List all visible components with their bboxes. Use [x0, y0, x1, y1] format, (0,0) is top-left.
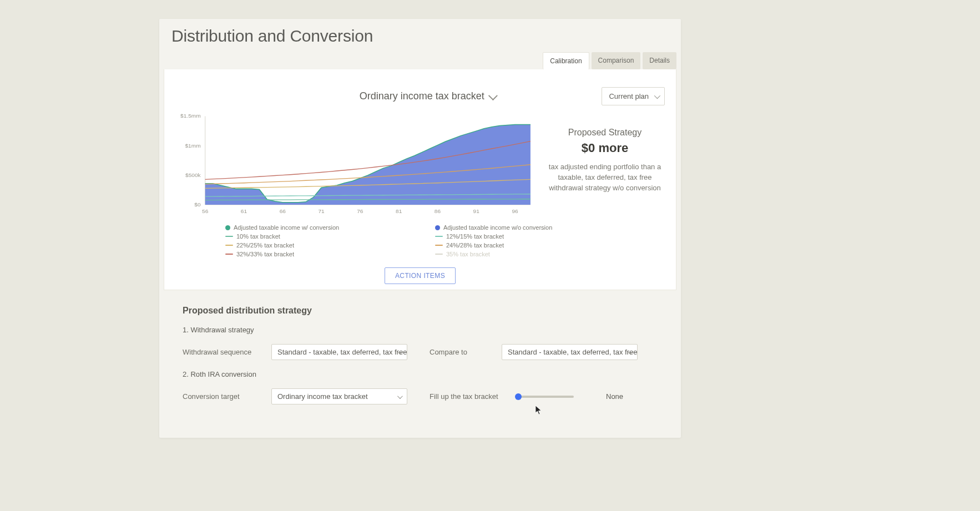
- page-title: Distribution and Conversion: [159, 27, 385, 45]
- legend-label: 24%/28% tax bracket: [446, 242, 504, 249]
- action-row: ACTION ITEMS: [164, 262, 676, 290]
- legend-label: 35% tax bracket: [446, 251, 490, 257]
- legend-line-icon: [225, 254, 233, 255]
- side-panel: Proposed Strategy $0 more tax adjusted e…: [544, 111, 666, 216]
- plan-select-value: Current plan: [609, 92, 649, 100]
- step1-label: 1. Withdrawal strategy: [183, 326, 658, 334]
- header: Distribution and Conversion: [159, 19, 681, 45]
- tab-calibration[interactable]: Calibration: [543, 52, 589, 69]
- chevron-down-icon: [654, 93, 660, 99]
- compare-to-value: Standard - taxable, tax deferred, tax fr…: [508, 348, 637, 356]
- svg-text:$1mm: $1mm: [185, 143, 201, 149]
- legend-line-icon: [435, 245, 443, 246]
- legend-line-icon: [225, 236, 233, 237]
- legend-label: Adjusted taxable income w/ conversion: [234, 224, 339, 231]
- slider-thumb[interactable]: [515, 393, 522, 400]
- chart-area: $0$500k$1mm$1.5mm566166717681869196: [174, 111, 534, 216]
- side-panel-amount: $0 more: [544, 141, 666, 155]
- legend-label: Adjusted taxable income w/o conversion: [443, 224, 552, 231]
- legend-item: 10% tax bracket: [225, 233, 422, 240]
- legend-label: 10% tax bracket: [236, 233, 280, 240]
- strategy-section: Proposed distribution strategy 1. Withdr…: [159, 290, 681, 438]
- withdrawal-sequence-select[interactable]: Standard - taxable, tax deferred, tax fr…: [271, 344, 407, 360]
- legend-label: 22%/25% tax bracket: [236, 242, 294, 249]
- svg-text:$1.5mm: $1.5mm: [180, 113, 200, 119]
- svg-text:91: 91: [473, 209, 479, 215]
- step2-label: 2. Roth IRA conversion: [183, 370, 658, 378]
- strategy-heading: Proposed distribution strategy: [183, 306, 658, 316]
- chart-header: Ordinary income tax bracket Current plan: [164, 76, 676, 111]
- svg-text:61: 61: [241, 209, 247, 215]
- legend-line-icon: [225, 245, 233, 246]
- chart-card: Ordinary income tax bracket Current plan…: [164, 69, 676, 290]
- svg-text:66: 66: [280, 209, 286, 215]
- chevron-down-icon: [397, 393, 403, 399]
- conversion-target-label: Conversion target: [183, 392, 260, 401]
- side-panel-description: tax adjusted ending portfolio than a tax…: [544, 162, 666, 194]
- svg-text:76: 76: [357, 209, 363, 215]
- legend-label: 12%/15% tax bracket: [446, 233, 504, 240]
- action-items-button[interactable]: ACTION ITEMS: [385, 267, 456, 284]
- svg-text:86: 86: [435, 209, 441, 215]
- legend-label: 32%/33% tax bracket: [236, 251, 294, 257]
- legend-item: 22%/25% tax bracket: [225, 242, 422, 249]
- legend-item: 24%/28% tax bracket: [435, 242, 632, 249]
- conversion-target-select[interactable]: Ordinary income tax bracket: [271, 388, 407, 404]
- fillup-label: Fill up the tax bracket: [430, 392, 507, 401]
- svg-text:56: 56: [202, 209, 209, 215]
- chart-title-dropdown[interactable]: Ordinary income tax bracket: [253, 90, 602, 102]
- plan-select[interactable]: Current plan: [602, 87, 665, 105]
- svg-text:96: 96: [512, 209, 518, 215]
- legend-item: 12%/15% tax bracket: [435, 233, 632, 240]
- chart-body: $0$500k$1mm$1.5mm566166717681869196 Prop…: [164, 111, 676, 221]
- legend-item: 35% tax bracket: [435, 251, 632, 257]
- tab-comparison[interactable]: Comparison: [592, 52, 641, 69]
- compare-to-label: Compare to: [430, 348, 491, 356]
- fillup-value: None: [606, 392, 623, 401]
- withdrawal-row: Withdrawal sequence Standard - taxable, …: [183, 344, 658, 360]
- conversion-row: Conversion target Ordinary income tax br…: [183, 388, 658, 404]
- tab-details[interactable]: Details: [643, 52, 676, 69]
- withdrawal-sequence-label: Withdrawal sequence: [183, 348, 260, 356]
- svg-text:$500k: $500k: [185, 172, 201, 178]
- legend-item: Adjusted taxable income w/ conversion: [225, 224, 422, 231]
- legend-line-icon: [435, 236, 443, 237]
- fillup-slider-wrap: None: [518, 392, 623, 401]
- withdrawal-sequence-value: Standard - taxable, tax deferred, tax fr…: [277, 348, 407, 356]
- chart-svg: $0$500k$1mm$1.5mm566166717681869196: [174, 111, 534, 216]
- compare-to-select[interactable]: Standard - taxable, tax deferred, tax fr…: [502, 344, 638, 360]
- chart-title: Ordinary income tax bracket: [360, 90, 484, 102]
- legend-item: 32%/33% tax bracket: [225, 251, 422, 257]
- legend-dot-icon: [435, 225, 440, 230]
- app-window: Distribution and Conversion Calibration …: [159, 19, 681, 438]
- side-panel-title: Proposed Strategy: [544, 128, 666, 138]
- svg-text:$0: $0: [194, 201, 201, 208]
- svg-text:71: 71: [318, 209, 324, 215]
- fillup-slider[interactable]: [518, 396, 574, 398]
- conversion-target-value: Ordinary income tax bracket: [277, 392, 368, 401]
- legend-line-icon: [435, 254, 443, 255]
- chevron-down-icon: [488, 91, 498, 100]
- legend-item: Adjusted taxable income w/o conversion: [435, 224, 632, 231]
- svg-text:81: 81: [396, 209, 402, 215]
- tabs-row: Calibration Comparison Details: [159, 45, 681, 69]
- legend-dot-icon: [225, 225, 230, 230]
- legend: Adjusted taxable income w/ conversionAdj…: [164, 221, 676, 262]
